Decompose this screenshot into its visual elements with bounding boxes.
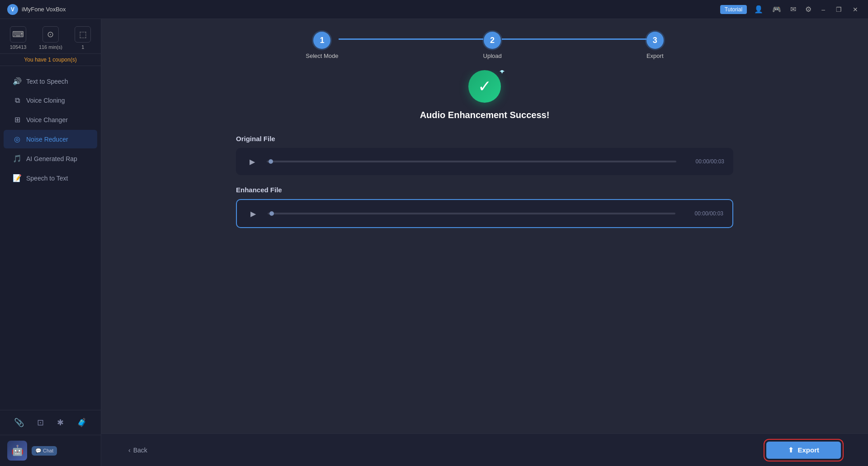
stat-minutes: ⊙ 116 min(s)	[39, 26, 62, 50]
export-label: Export	[797, 446, 819, 454]
step-2: 2 Upload	[483, 32, 502, 59]
success-icon-container: ✓ ✦	[468, 70, 501, 103]
mail-icon[interactable]: ✉	[788, 4, 798, 14]
back-label: Back	[133, 447, 147, 454]
stepper: 1 Select Mode 2 Upload 3 Export	[101, 19, 868, 70]
close-button[interactable]: ✕	[850, 5, 861, 14]
vch-icon: ⊞	[13, 115, 22, 124]
step-1-circle: 1	[313, 32, 330, 49]
chars-value: 105413	[10, 44, 27, 50]
bot-avatar: 🤖	[7, 441, 27, 461]
back-button[interactable]: ‹ Back	[128, 447, 147, 454]
export-upload-icon: ⬆	[788, 446, 794, 454]
original-progress-dot	[269, 159, 273, 164]
sidebar-footer: 🤖 💬 Chat	[0, 435, 101, 466]
speech-bubble[interactable]: 💬 Chat	[32, 446, 57, 456]
step-line-1	[339, 38, 483, 40]
minutes-value: 116 min(s)	[39, 44, 62, 50]
tutorial-button[interactable]: Tutorial	[720, 5, 747, 14]
step-1-label: Select Mode	[306, 52, 338, 59]
vc-label: Voice Cloning	[26, 97, 65, 104]
step-3-circle: 3	[646, 32, 664, 49]
controller-icon[interactable]: 🎮	[770, 4, 783, 14]
minimize-button[interactable]: –	[819, 5, 828, 14]
enhanced-file-section: Enhanced File ▶ 00:00/00:03	[236, 186, 733, 228]
titlebar-controls: Tutorial 👤 🎮 ✉ ⚙ – ❐ ✕	[720, 4, 861, 14]
agr-label: AI Generated Rap	[26, 155, 77, 162]
original-play-button[interactable]: ▶	[245, 154, 259, 169]
vc-icon: ⧉	[13, 96, 22, 105]
app-title: iMyFone VoxBox	[22, 6, 720, 13]
attach-icon[interactable]: 📎	[12, 416, 26, 429]
sidebar: ⌨ 105413 ⊙ 116 min(s) ⬚ 1 You have 1 cou…	[0, 19, 101, 466]
sidebar-item-ai-generated-rap[interactable]: 🎵 AI Generated Rap	[4, 149, 97, 168]
tts-label: Text to Speech	[26, 78, 68, 85]
enhanced-progress-bar[interactable]	[268, 213, 675, 214]
bottom-bar: ‹ Back ⬆ Export	[101, 433, 868, 466]
stt-icon: 📝	[13, 174, 22, 182]
nr-label: Noise Reducer	[26, 136, 68, 143]
original-time-display: 00:00/00:03	[684, 158, 724, 165]
sidebar-nav: 🔊 Text to Speech ⧉ Voice Cloning ⊞ Voice…	[0, 66, 101, 410]
step-2-circle: 2	[484, 32, 501, 49]
loop-icon[interactable]: ⊡	[35, 416, 46, 429]
titlebar: V iMyFone VoxBox Tutorial 👤 🎮 ✉ ⚙ – ❐ ✕	[0, 0, 868, 19]
minutes-icon: ⊙	[42, 26, 59, 43]
sidebar-item-voice-cloning[interactable]: ⧉ Voice Cloning	[4, 91, 97, 109]
account-icon[interactable]: 👤	[752, 4, 765, 14]
stat-chars: ⌨ 105413	[10, 26, 27, 50]
sidebar-stats: ⌨ 105413 ⊙ 116 min(s) ⬚ 1	[0, 19, 101, 54]
step-3-label: Export	[646, 52, 664, 59]
original-progress-bar[interactable]	[267, 161, 676, 162]
success-checkmark: ✓	[468, 70, 501, 103]
step-1: 1 Select Mode	[306, 32, 338, 59]
bag-icon[interactable]: 🧳	[75, 416, 89, 429]
sparkle-icon: ✦	[499, 70, 505, 76]
original-file-section: Original File ▶ 00:00/00:03	[236, 135, 733, 175]
export-button[interactable]: ⬆ Export	[766, 442, 841, 459]
sidebar-item-noise-reducer[interactable]: ◎ Noise Reducer	[4, 130, 97, 148]
vch-label: Voice Changer	[26, 116, 68, 124]
nr-icon: ◎	[13, 135, 22, 143]
success-content: ✓ ✦ Audio Enhancement Success! Original …	[101, 70, 868, 433]
share-icon[interactable]: ✱	[55, 416, 66, 429]
enhanced-audio-player: ▶ 00:00/00:03	[236, 199, 733, 228]
stt-label: Speech to Text	[26, 175, 68, 182]
original-audio-player: ▶ 00:00/00:03	[236, 148, 733, 175]
enhanced-time-display: 00:00/00:03	[683, 210, 723, 217]
step-2-label: Upload	[483, 52, 502, 59]
maximize-button[interactable]: ❐	[833, 5, 844, 14]
stat-count: ⬚ 1	[75, 26, 91, 50]
coupon-bar: You have 1 coupon(s)	[0, 54, 101, 66]
original-file-label: Original File	[236, 135, 733, 143]
success-title: Audio Enhancement Success!	[420, 110, 550, 120]
sidebar-item-speech-to-text[interactable]: 📝 Speech to Text	[4, 169, 97, 187]
sidebar-item-voice-changer[interactable]: ⊞ Voice Changer	[4, 110, 97, 129]
main-content-area: 1 Select Mode 2 Upload 3 Export ✓ ✦ Aud	[101, 19, 868, 466]
agr-icon: 🎵	[13, 154, 22, 163]
tts-icon: 🔊	[13, 77, 22, 86]
chars-icon: ⌨	[10, 26, 26, 43]
enhanced-play-button[interactable]: ▶	[246, 206, 260, 221]
export-button-wrapper: ⬆ Export	[766, 442, 841, 459]
enhanced-file-label: Enhanced File	[236, 186, 733, 194]
enhanced-progress-dot	[269, 211, 274, 216]
count-icon: ⬚	[75, 26, 91, 43]
count-value: 1	[81, 44, 84, 50]
settings-icon[interactable]: ⚙	[803, 4, 813, 14]
step-line-2	[502, 38, 646, 40]
sidebar-bottom-icons: 📎 ⊡ ✱ 🧳	[0, 410, 101, 435]
step-3: 3 Export	[646, 32, 664, 59]
app-logo: V	[7, 4, 18, 15]
sidebar-item-text-to-speech[interactable]: 🔊 Text to Speech	[4, 72, 97, 90]
back-chevron-icon: ‹	[128, 447, 131, 454]
